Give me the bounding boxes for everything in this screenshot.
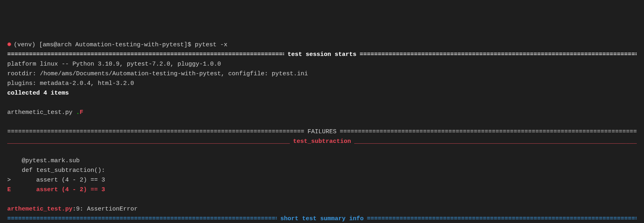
rootdir-line: rootdir: /home/ams/Documents/Automation-… xyxy=(7,69,637,79)
window-indicator-icon xyxy=(7,42,11,46)
summary-rule: ========================================… xyxy=(7,214,637,223)
collected-line: collected 4 items xyxy=(7,89,637,98)
assert-marker: > xyxy=(7,177,36,184)
terminal-output[interactable]: (venv) [ams@arch Automation-testing-with… xyxy=(7,40,637,223)
failures-rule: ========================================… xyxy=(7,127,637,137)
file-location-file: arthemetic_test.py xyxy=(7,206,72,213)
file-location-suffix: :9: AssertionError xyxy=(72,206,138,213)
failures-label: FAILURES xyxy=(304,127,340,137)
fail-f: F xyxy=(80,109,83,116)
test-name-label: test_subtraction xyxy=(290,137,354,147)
blank-line xyxy=(7,195,637,204)
code-error-line: E assert (4 - 2) == 3 xyxy=(7,185,637,195)
progress-line: arthemetic_test.py .F xyxy=(7,108,637,118)
platform-line: platform linux -- Python 3.10.9, pytest-… xyxy=(7,60,637,69)
session-starts-rule: ========================================… xyxy=(7,50,637,60)
blank-line xyxy=(7,147,637,156)
error-marker: E xyxy=(7,186,36,193)
userhost-label: [ams@arch Automation-testing-with-pytest… xyxy=(39,41,191,48)
assert-code: assert (4 - 2) == 3 xyxy=(36,177,105,184)
command-text: pytest -x xyxy=(195,41,227,48)
prompt-line: (venv) [ams@arch Automation-testing-with… xyxy=(7,40,637,50)
code-decorator: @pytest.mark.sub xyxy=(7,156,637,166)
summary-label: short test summary info xyxy=(277,214,367,223)
pass-dot: . xyxy=(76,109,80,116)
plugins-line: plugins: metadata-2.0.4, html-3.2.0 xyxy=(7,79,637,89)
session-starts-label: test session starts xyxy=(284,50,359,60)
test-name-rule: ________________________________________… xyxy=(7,137,637,147)
blank-line xyxy=(7,98,637,108)
code-defline: def test_subtraction(): xyxy=(7,166,637,176)
progress-file: arthemetic_test.py xyxy=(7,109,76,116)
code-assert-line: > assert (4 - 2) == 3 xyxy=(7,176,637,185)
blank-line xyxy=(7,118,637,127)
file-location-line: arthemetic_test.py:9: AssertionError xyxy=(7,204,637,214)
error-code: assert (4 - 2) == 3 xyxy=(36,186,105,193)
venv-label: (venv) xyxy=(14,41,35,48)
